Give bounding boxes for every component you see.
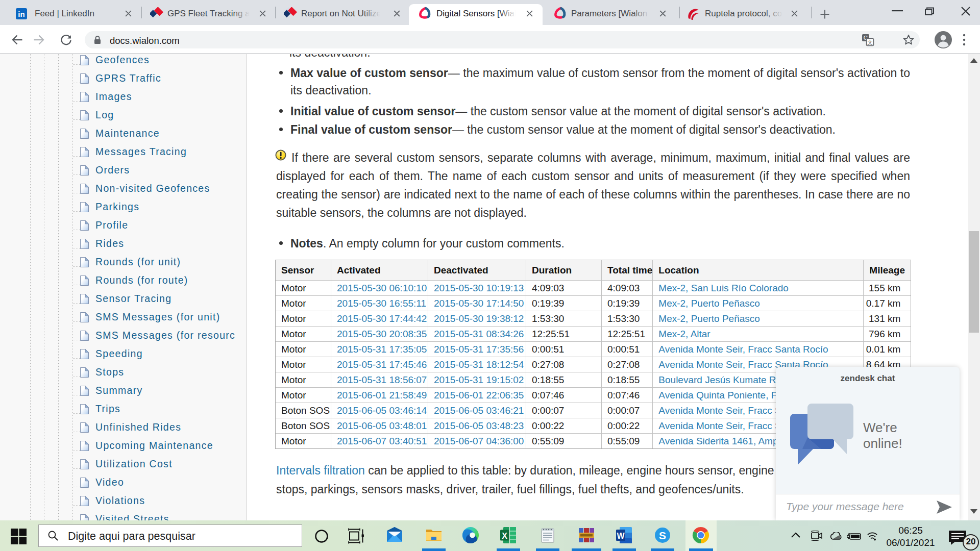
svg-text:W: W <box>617 532 625 540</box>
svg-text:X: X <box>502 532 507 540</box>
svg-text:in: in <box>18 10 24 18</box>
svg-text:文: 文 <box>867 39 873 45</box>
svg-text:S: S <box>659 530 666 541</box>
